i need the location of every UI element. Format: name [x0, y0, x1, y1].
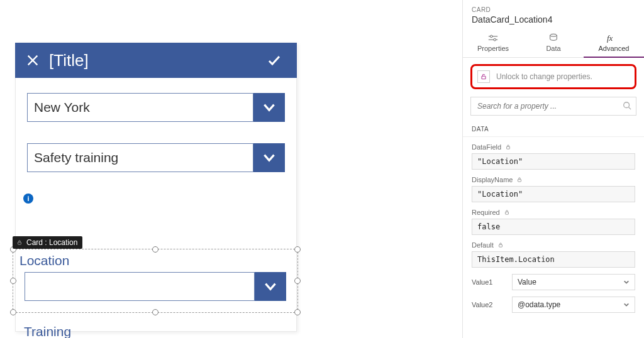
prop-label-displayname: DisplayName: [472, 176, 513, 183]
lock-icon: [16, 239, 23, 246]
chevron-down-icon: [262, 278, 279, 295]
prop-field-displayname[interactable]: [472, 186, 635, 202]
svg-point-7: [550, 34, 557, 36]
form-title: [Title]: [45, 51, 262, 70]
section-title-data: DATA: [463, 126, 644, 137]
unlock-text: Unlock to change properties.: [496, 72, 592, 81]
value1-label: Value1: [472, 278, 504, 286]
chevron-down-icon: [261, 99, 277, 116]
property-search-input[interactable]: [470, 97, 636, 116]
svg-point-10: [624, 102, 630, 108]
prop-label-required: Required: [472, 209, 500, 216]
svg-rect-13: [518, 179, 521, 182]
svg-point-6: [494, 38, 496, 41]
unlock-button[interactable]: Unlock to change properties.: [470, 64, 636, 89]
unlock-icon-box: [477, 70, 490, 83]
value1-selected: Value: [518, 278, 536, 286]
close-button[interactable]: [20, 43, 45, 78]
svg-rect-15: [499, 244, 502, 247]
resize-handle[interactable]: [10, 278, 16, 284]
prop-label-default: Default: [472, 241, 494, 249]
svg-rect-14: [505, 212, 508, 214]
dropdown-city-button[interactable]: [253, 93, 285, 122]
svg-point-4: [491, 35, 493, 38]
tab-advanced-label: Advanced: [599, 45, 630, 52]
unlock-icon: [480, 73, 487, 80]
dropdown-training-value: Safety training: [27, 143, 253, 172]
fx-icon: fx: [607, 33, 621, 43]
selection-tooltip: Card : Location: [13, 236, 82, 249]
dropdown-city-value: New York: [27, 93, 253, 122]
resize-handle[interactable]: [152, 246, 158, 253]
resize-handle[interactable]: [152, 309, 158, 315]
selected-card-location[interactable]: Location: [13, 249, 298, 313]
resize-handle[interactable]: [294, 309, 301, 315]
svg-rect-2: [18, 242, 21, 244]
svg-line-11: [629, 107, 631, 110]
tab-data[interactable]: Data: [523, 31, 584, 57]
lock-icon: [504, 209, 510, 215]
resize-handle[interactable]: [294, 246, 301, 253]
value2-selected: @odata.type: [518, 300, 560, 309]
chevron-down-icon: [261, 150, 277, 166]
prop-field-default[interactable]: [472, 251, 635, 268]
svg-rect-12: [507, 146, 510, 149]
lock-icon: [497, 242, 504, 248]
prop-label-datafield: DataField: [472, 143, 501, 151]
submit-button[interactable]: [262, 43, 287, 78]
dropdown-location[interactable]: [25, 272, 286, 301]
sliders-icon: [487, 33, 499, 43]
dropdown-location-value: [25, 272, 255, 301]
tab-data-label: Data: [546, 45, 560, 52]
svg-text:fx: fx: [607, 34, 613, 43]
value1-select[interactable]: Value: [512, 274, 635, 290]
card-label-training: Training: [24, 324, 71, 338]
selection-tooltip-text: Card : Location: [26, 238, 77, 247]
tab-properties-label: Properties: [477, 45, 509, 52]
dropdown-location-button[interactable]: [255, 272, 286, 301]
control-name: DataCard_Location4: [472, 14, 635, 25]
resize-handle[interactable]: [10, 309, 16, 315]
svg-rect-9: [482, 76, 486, 79]
property-panel: CARD DataCard_Location4 Properties Data: [462, 0, 644, 338]
control-type-label: CARD: [472, 6, 635, 13]
database-icon: [548, 33, 558, 43]
value2-select[interactable]: @odata.type: [512, 297, 635, 313]
info-badge[interactable]: i: [23, 194, 33, 204]
panel-tabs: Properties Data fx Advanced: [463, 31, 644, 58]
check-icon: [267, 53, 282, 68]
close-icon: [26, 53, 40, 67]
lock-icon: [516, 177, 523, 183]
lock-icon: [505, 144, 511, 150]
prop-field-required[interactable]: [472, 219, 635, 235]
prop-field-datafield[interactable]: [472, 153, 635, 170]
dropdown-training-button[interactable]: [253, 143, 285, 172]
dropdown-training[interactable]: Safety training: [27, 143, 285, 172]
tab-advanced[interactable]: fx Advanced: [584, 31, 644, 57]
form-title-bar: [Title]: [15, 43, 297, 78]
search-icon: [623, 101, 631, 110]
chevron-down-icon: [623, 302, 630, 308]
tab-properties[interactable]: Properties: [463, 31, 523, 57]
chevron-down-icon: [623, 279, 630, 285]
value2-label: Value2: [472, 301, 504, 308]
resize-handle[interactable]: [294, 278, 301, 284]
dropdown-city[interactable]: New York: [27, 93, 285, 122]
